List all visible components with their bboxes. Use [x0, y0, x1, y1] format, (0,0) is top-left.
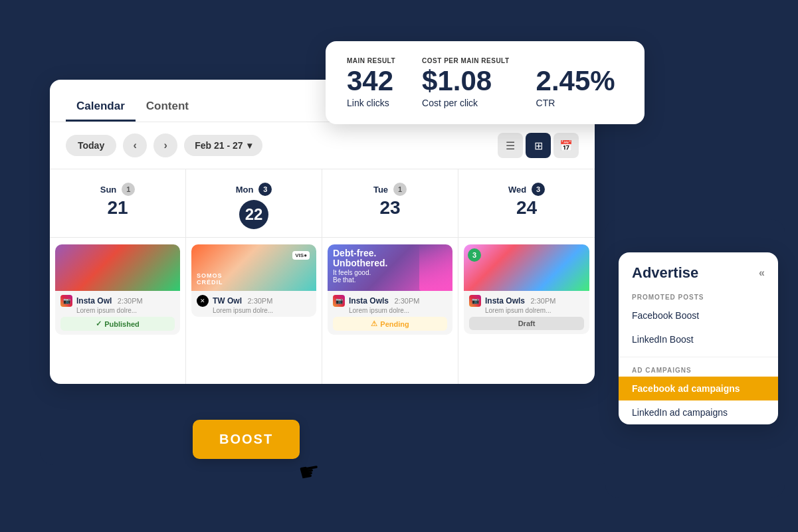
grid-icon: ⊞ [534, 139, 543, 152]
post-card-sun[interactable]: 📷 Insta Owl 2:30PM Lorem ipsum dolre... … [55, 244, 180, 335]
mon-badge: 3 [258, 183, 272, 196]
cost-col: COST PER MAIN RESULT $1.08 Cost per clic… [422, 57, 509, 108]
status-badge-sun: ✓ Published [60, 317, 175, 331]
wed-name: Wed [508, 185, 526, 195]
somos-text: SOMOSCrédil [197, 272, 223, 286]
wed-badge: 3 [532, 183, 545, 196]
cal-cell-wed: 3 📷 Insta Owls 2:30PM Lorem ipsum dolrem… [458, 238, 595, 384]
tue-badge: 1 [393, 183, 407, 196]
ctr-value: 2.45% [536, 67, 615, 95]
post-info-mon: ✕ TW Owl 2:30PM Lorem ipsum dolre... [191, 291, 316, 317]
mon-name: Mon [236, 185, 254, 195]
ctr-sub: CTR [536, 98, 615, 108]
day-header-wed: Wed 3 24 [458, 169, 595, 237]
status-badge-tue: ⚠ Pending [333, 317, 447, 331]
instagram-icon-wed: 📷 [469, 295, 481, 307]
post-desc-wed: Lorem ipsum dolrem... [485, 307, 571, 314]
tue-num: 23 [333, 197, 447, 219]
calendar-view-button[interactable]: 📅 [553, 133, 579, 158]
day-header-mon: Mon 3 22 [186, 169, 322, 237]
tab-content[interactable]: Content [136, 93, 199, 122]
post-card-mon[interactable]: SOMOSCrédil VIS● ✕ TW Owl 2:30PM Lorem i… [191, 244, 316, 317]
calendar-body: 📷 Insta Owl 2:30PM Lorem ipsum dolre... … [50, 238, 595, 384]
sun-badge: 1 [122, 183, 135, 196]
ad-campaigns-label: AD CAMPAIGNS [619, 363, 778, 377]
main-result-col: MAIN RESULT 342 Link clicks [347, 57, 395, 108]
advertise-header: Advertise « [619, 252, 778, 290]
advertise-title: Advertise [632, 264, 698, 282]
today-button[interactable]: Today [66, 135, 116, 156]
calendar-toolbar: Today ‹ › Feb 21 - 27 ▾ ☰ ⊞ 📅 [50, 122, 595, 169]
chevron-down-icon: ▾ [247, 140, 252, 151]
linkedin-ad-campaigns-item[interactable]: LinkedIn ad campaigns [619, 400, 778, 424]
boost-button[interactable]: BOOST [193, 420, 300, 459]
post-desc-sun: Lorem ipsum dolre... [76, 307, 163, 314]
date-range-button[interactable]: Feb 21 - 27 ▾ [184, 135, 262, 156]
linkedin-boost-item[interactable]: LinkedIn Boost [619, 327, 778, 351]
post-info-sun: 📷 Insta Owl 2:30PM Lorem ipsum dolre... [55, 291, 180, 317]
advertise-panel: Advertise « PROMOTED POSTS Facebook Boos… [619, 252, 778, 424]
wed-num: 24 [469, 197, 584, 219]
post-desc-mon: Lorem ipsum dolre... [213, 307, 299, 314]
tab-calendar[interactable]: Calendar [66, 93, 136, 122]
main-result-label: MAIN RESULT [347, 57, 395, 64]
cal-cell-sun: 📷 Insta Owl 2:30PM Lorem ipsum dolre... … [50, 238, 186, 384]
facebook-boost-item[interactable]: Facebook Boost [619, 304, 778, 327]
stats-card: MAIN RESULT 342 Link clicks COST PER MAI… [326, 41, 645, 124]
main-result-value: 342 [347, 67, 395, 95]
main-result-sub: Link clicks [347, 98, 395, 108]
cost-value: $1.08 [422, 67, 509, 95]
day-header-tue: Tue 1 23 [322, 169, 458, 237]
facebook-ad-campaigns-item[interactable]: Facebook ad campaigns [619, 377, 778, 400]
warning-icon: ⚠ [371, 319, 377, 328]
calendar-header: Sun 1 21 Mon 3 22 Tue 1 23 Wed [50, 169, 595, 238]
prev-button[interactable]: ‹ [123, 133, 147, 157]
calendar-icon: 📅 [559, 139, 573, 152]
post-info-wed: 📷 Insta Owls 2:30PM Lorem ipsum dolrem..… [464, 291, 589, 317]
sun-num: 21 [60, 197, 175, 219]
calendar-card: Calendar Content Today ‹ › Feb 21 - 27 ▾… [50, 80, 595, 384]
ctr-label [536, 57, 615, 64]
post-name-wed: Insta Owls [485, 296, 525, 306]
post-time-wed: 2:30PM [530, 297, 555, 305]
wed-post-badge: 3 [468, 248, 481, 262]
post-card-wed[interactable]: 3 📷 Insta Owls 2:30PM Lorem ipsum dolrem… [464, 244, 589, 334]
grid-view-button[interactable]: ⊞ [526, 133, 551, 158]
post-time-tue: 2:30PM [394, 297, 419, 305]
check-icon: ✓ [96, 319, 102, 328]
twitter-icon-mon: ✕ [197, 295, 209, 307]
mon-num: 22 [239, 200, 268, 229]
post-card-tue[interactable]: Debt-free.Unbothered. It feels good.Be t… [328, 244, 452, 335]
tue-name: Tue [373, 185, 388, 195]
instagram-icon-tue: 📷 [333, 295, 345, 307]
day-header-sun: Sun 1 21 [50, 169, 186, 237]
view-buttons: ☰ ⊞ 📅 [498, 133, 579, 158]
list-icon: ☰ [506, 139, 515, 152]
cal-cell-mon: SOMOSCrédil VIS● ✕ TW Owl 2:30PM Lorem i… [186, 238, 322, 384]
chevron-left-icon: ‹ [134, 139, 137, 151]
next-button[interactable]: › [153, 133, 177, 157]
ctr-col: 2.45% CTR [536, 57, 615, 108]
instagram-icon-sun: 📷 [60, 295, 72, 307]
sun-name: Sun [100, 185, 117, 195]
list-view-button[interactable]: ☰ [498, 133, 523, 158]
collapse-button[interactable]: « [759, 267, 765, 279]
cal-cell-tue: Debt-free.Unbothered. It feels good.Be t… [322, 238, 458, 384]
cost-label: COST PER MAIN RESULT [422, 57, 509, 64]
post-desc-tue: Lorem ipsum dolre... [349, 307, 435, 314]
cost-sub: Cost per click [422, 98, 509, 108]
post-time-mon: 2:30PM [247, 297, 272, 305]
post-name-sun: Insta Owl [76, 296, 112, 306]
post-time-sun: 2:30PM [118, 297, 143, 305]
post-name-mon: TW Owl [213, 296, 242, 306]
status-badge-wed: Draft [469, 317, 584, 330]
post-info-tue: 📷 Insta Owls 2:30PM Lorem ipsum dolre... [328, 291, 452, 317]
divider [619, 357, 778, 357]
chevron-right-icon: › [164, 139, 167, 151]
promoted-posts-label: PROMOTED POSTS [619, 290, 778, 304]
post-name-tue: Insta Owls [349, 296, 389, 306]
